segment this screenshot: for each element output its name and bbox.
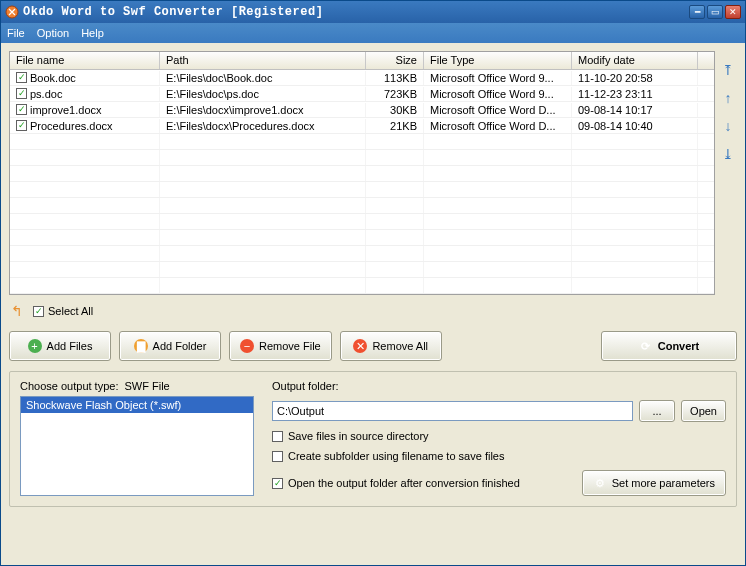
- file-size: 723KB: [366, 87, 424, 101]
- file-path: E:\Files\doc\ps.doc: [160, 87, 366, 101]
- move-up-button[interactable]: ↑: [719, 89, 737, 107]
- file-date: 11-10-20 20:58: [572, 71, 698, 85]
- app-window: Okdo Word to Swf Converter [Registered] …: [0, 0, 746, 566]
- save-in-source-label: Save files in source directory: [288, 430, 429, 442]
- remove-file-button[interactable]: − Remove File: [229, 331, 332, 361]
- select-all-row: ↰ Select All: [9, 301, 737, 321]
- list-item[interactable]: Shockwave Flash Object (*.swf): [21, 397, 253, 413]
- file-size: 21KB: [366, 119, 424, 133]
- file-name: ps.doc: [30, 88, 62, 100]
- reorder-buttons: ⤒ ↑ ↓ ⤓: [719, 51, 737, 295]
- col-header-name[interactable]: File name: [10, 52, 160, 69]
- file-name: improve1.docx: [30, 104, 102, 116]
- menu-option[interactable]: Option: [37, 27, 69, 39]
- col-header-size[interactable]: Size: [366, 52, 424, 69]
- row-checkbox[interactable]: [16, 88, 27, 99]
- file-type: Microsoft Office Word 9...: [424, 87, 572, 101]
- open-after-checkbox[interactable]: [272, 478, 283, 489]
- select-all-label: Select All: [48, 305, 93, 317]
- table-row[interactable]: ps.docE:\Files\doc\ps.doc723KBMicrosoft …: [10, 86, 714, 102]
- create-subfolder-checkbox[interactable]: [272, 451, 283, 462]
- file-name: Book.doc: [30, 72, 76, 84]
- close-button[interactable]: ✕: [725, 5, 741, 19]
- move-down-button[interactable]: ↓: [719, 117, 737, 135]
- move-top-button[interactable]: ⤒: [719, 61, 737, 79]
- file-path: E:\Files\docx\improve1.docx: [160, 103, 366, 117]
- file-type: Microsoft Office Word D...: [424, 119, 572, 133]
- file-path: E:\Files\docx\Procedures.docx: [160, 119, 366, 133]
- table-row[interactable]: Book.docE:\Files\doc\Book.doc113KBMicros…: [10, 70, 714, 86]
- content-area: File name Path Size File Type Modify dat…: [1, 43, 745, 565]
- output-folder-column: Output folder: ... Open Save files in so…: [272, 380, 726, 496]
- convert-button[interactable]: ⟳ Convert: [601, 331, 737, 361]
- add-files-button[interactable]: + Add Files: [9, 331, 111, 361]
- convert-icon: ⟳: [639, 339, 653, 353]
- open-after-label: Open the output folder after conversion …: [288, 477, 520, 489]
- file-name: Procedures.docx: [30, 120, 113, 132]
- titlebar: Okdo Word to Swf Converter [Registered] …: [1, 1, 745, 23]
- col-header-type[interactable]: File Type: [424, 52, 572, 69]
- gear-icon: ⚙: [593, 476, 607, 490]
- col-header-date[interactable]: Modify date: [572, 52, 698, 69]
- maximize-button[interactable]: ▭: [707, 5, 723, 19]
- grid-header: File name Path Size File Type Modify dat…: [10, 52, 714, 70]
- window-title: Okdo Word to Swf Converter [Registered]: [23, 5, 689, 19]
- table-row[interactable]: improve1.docxE:\Files\docx\improve1.docx…: [10, 102, 714, 118]
- file-size: 113KB: [366, 71, 424, 85]
- app-icon: [5, 5, 19, 19]
- open-folder-button[interactable]: Open: [681, 400, 726, 422]
- output-folder-input[interactable]: [272, 401, 633, 421]
- row-checkbox[interactable]: [16, 120, 27, 131]
- menubar: File Option Help: [1, 23, 745, 43]
- file-type: Microsoft Office Word 9...: [424, 71, 572, 85]
- remove-all-button[interactable]: ✕ Remove All: [340, 331, 442, 361]
- minus-icon: −: [240, 339, 254, 353]
- file-list-area: File name Path Size File Type Modify dat…: [9, 51, 737, 295]
- col-header-path[interactable]: Path: [160, 52, 366, 69]
- set-more-parameters-button[interactable]: ⚙ Set more parameters: [582, 470, 726, 496]
- file-date: 11-12-23 23:11: [572, 87, 698, 101]
- output-type-listbox[interactable]: Shockwave Flash Object (*.swf): [20, 396, 254, 496]
- window-controls: ━ ▭ ✕: [689, 5, 741, 19]
- minimize-button[interactable]: ━: [689, 5, 705, 19]
- action-button-row: + Add Files ▇ Add Folder − Remove File ✕…: [9, 327, 737, 365]
- file-path: E:\Files\doc\Book.doc: [160, 71, 366, 85]
- output-type-label: Choose output type:: [20, 380, 118, 392]
- menu-file[interactable]: File: [7, 27, 25, 39]
- file-size: 30KB: [366, 103, 424, 117]
- folder-icon: ▇: [134, 339, 148, 353]
- x-icon: ✕: [353, 339, 367, 353]
- output-type-value: SWF File: [124, 380, 169, 392]
- save-in-source-checkbox[interactable]: [272, 431, 283, 442]
- move-bottom-button[interactable]: ⤓: [719, 145, 737, 163]
- file-date: 09-08-14 10:40: [572, 119, 698, 133]
- browse-button[interactable]: ...: [639, 400, 675, 422]
- select-all-checkbox[interactable]: [33, 306, 44, 317]
- file-type: Microsoft Office Word D...: [424, 103, 572, 117]
- up-arrow-icon: ↰: [11, 303, 23, 319]
- file-date: 09-08-14 10:17: [572, 103, 698, 117]
- plus-icon: +: [28, 339, 42, 353]
- grid-body: Book.docE:\Files\doc\Book.doc113KBMicros…: [10, 70, 714, 294]
- add-folder-button[interactable]: ▇ Add Folder: [119, 331, 221, 361]
- file-grid[interactable]: File name Path Size File Type Modify dat…: [9, 51, 715, 295]
- create-subfolder-label: Create subfolder using filename to save …: [288, 450, 504, 462]
- output-folder-label: Output folder:: [272, 380, 726, 392]
- row-checkbox[interactable]: [16, 104, 27, 115]
- row-checkbox[interactable]: [16, 72, 27, 83]
- output-panel: Choose output type: SWF File Shockwave F…: [9, 371, 737, 507]
- output-type-column: Choose output type: SWF File Shockwave F…: [20, 380, 254, 496]
- table-row[interactable]: Procedures.docxE:\Files\docx\Procedures.…: [10, 118, 714, 134]
- menu-help[interactable]: Help: [81, 27, 104, 39]
